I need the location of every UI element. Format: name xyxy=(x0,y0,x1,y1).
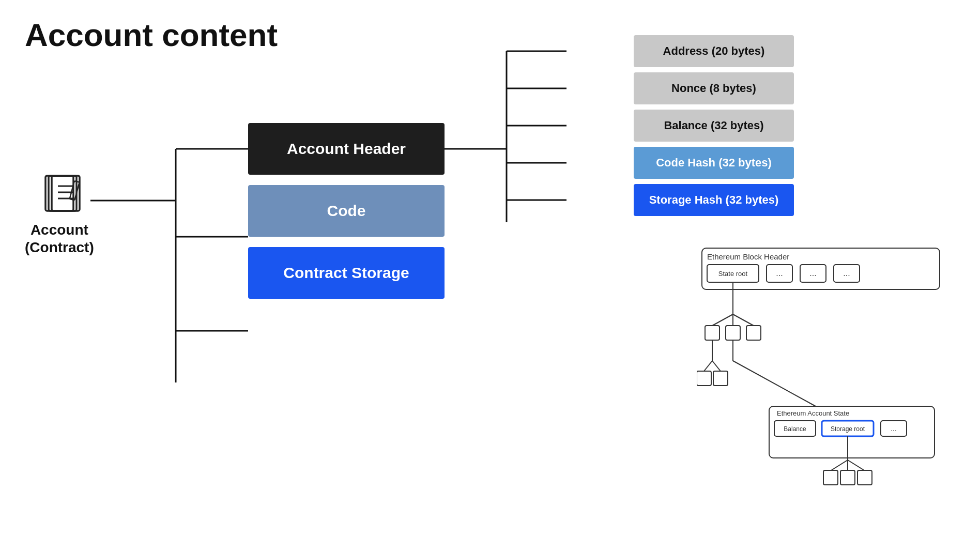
svg-rect-6 xyxy=(70,181,80,200)
svg-rect-55 xyxy=(823,470,838,485)
contract-storage-box: Contract Storage xyxy=(248,247,445,299)
svg-rect-56 xyxy=(840,470,855,485)
account-icon-area: Account(Contract) xyxy=(25,171,94,256)
svg-rect-34 xyxy=(726,326,740,340)
svg-line-44 xyxy=(733,361,816,406)
code-box: Code xyxy=(248,185,445,237)
trie-svg: Ethereum Block Header State root ... ...… xyxy=(697,243,955,512)
svg-rect-35 xyxy=(746,326,761,340)
right-fields: Address (20 bytes) Nonce (8 bytes) Balan… xyxy=(634,35,794,216)
svg-rect-1 xyxy=(49,176,76,211)
svg-text:State root: State root xyxy=(718,270,748,278)
svg-line-30 xyxy=(712,314,733,326)
address-field: Address (20 bytes) xyxy=(634,35,794,67)
svg-text:Storage root: Storage root xyxy=(831,425,865,433)
svg-text:Balance: Balance xyxy=(784,425,806,433)
svg-rect-57 xyxy=(858,470,872,485)
svg-text:...: ... xyxy=(891,424,897,433)
svg-text:Ethereum Block Header: Ethereum Block Header xyxy=(707,252,789,261)
svg-line-52 xyxy=(831,460,848,470)
balance-field: Balance (32 bytes) xyxy=(634,110,794,142)
svg-line-54 xyxy=(848,460,864,470)
svg-rect-33 xyxy=(705,326,719,340)
svg-text:...: ... xyxy=(776,269,783,278)
trie-diagram: Ethereum Block Header State root ... ...… xyxy=(697,243,955,512)
svg-line-32 xyxy=(733,314,754,326)
nonce-field: Nonce (8 bytes) xyxy=(634,72,794,104)
svg-line-37 xyxy=(704,361,712,371)
notebook-icon xyxy=(36,171,83,217)
svg-line-38 xyxy=(712,361,721,371)
page-title: Account content xyxy=(25,17,278,53)
svg-text:Ethereum Account State: Ethereum Account State xyxy=(777,409,849,417)
account-label: Account(Contract) xyxy=(25,221,94,256)
svg-rect-39 xyxy=(697,371,711,386)
account-header-box: Account Header xyxy=(248,123,445,175)
middle-boxes: Account Header Code Contract Storage xyxy=(248,123,445,299)
storage-hash-field: Storage Hash (32 bytes) xyxy=(634,184,794,216)
svg-rect-40 xyxy=(713,371,728,386)
svg-text:...: ... xyxy=(843,269,850,278)
svg-text:...: ... xyxy=(809,269,816,278)
svg-rect-0 xyxy=(45,176,73,211)
code-hash-field: Code Hash (32 bytes) xyxy=(634,147,794,179)
